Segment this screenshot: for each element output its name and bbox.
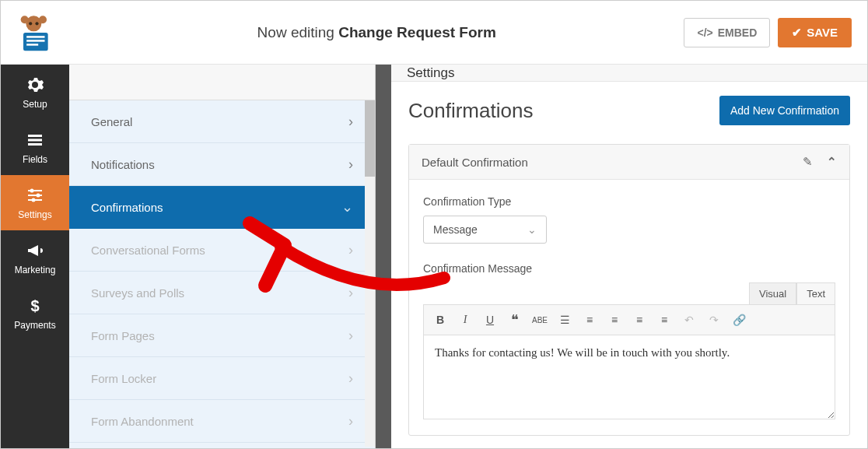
svg-point-15 [37,193,40,197]
editor-tab-text[interactable]: Text [796,282,835,304]
svg-point-4 [35,22,38,25]
subpanel-item-label: Form Pages [91,329,155,342]
confirmation-message-editor[interactable]: Thanks for contacting us! We will be in … [423,335,835,419]
sidenav-item-fields[interactable]: Fields [1,120,69,175]
numbered-list-icon[interactable]: ≡ [579,310,600,330]
subpanel-item-form-abandonment[interactable]: Form Abandonment› [69,400,375,443]
confirmation-message-label: Confirmation Message [423,262,835,275]
bullhorn-icon [26,241,44,260]
scrollbar[interactable]: ▴ [365,100,375,447]
wpforms-logo [1,13,69,52]
bulleted-list-icon[interactable]: ☰ [555,310,575,330]
add-new-confirmation-button[interactable]: Add New Confirmation [719,96,850,125]
chevron-right-icon: › [348,328,353,344]
sidenav-item-label: Settings [18,209,51,220]
underline-icon[interactable]: U [480,310,500,330]
align-center-icon[interactable]: ≡ [629,310,649,330]
confirmation-type-label: Confirmation Type [423,195,835,208]
svg-point-17 [32,198,36,202]
subpanel-item-conversational-forms[interactable]: Conversational Forms› [69,229,375,272]
bold-icon[interactable]: B [430,310,450,330]
subpanel-item-general[interactable]: General› [69,100,375,143]
undo-icon[interactable]: ↶ [679,310,699,330]
subpanel-item-form-locker[interactable]: Form Locker› [69,357,375,400]
svg-rect-11 [28,143,42,146]
subpanel-item-label: Conversational Forms [91,244,205,257]
sidenav-item-label: Setup [23,99,47,110]
sidenav-item-label: Marketing [15,265,56,275]
svg-rect-7 [26,40,44,42]
subpanel-item-notifications[interactable]: Notifications› [69,143,375,186]
svg-point-2 [39,16,47,23]
subpanel-item-label: Form Locker [91,372,156,385]
svg-point-0 [26,16,41,31]
editor-tab-visual[interactable]: Visual [749,282,796,304]
svg-text:$: $ [30,297,39,314]
redo-icon[interactable]: ↷ [704,310,724,330]
sidenav-item-setup[interactable]: Setup [1,65,69,120]
left-sidebar: Setup Fields Settings Marketing $ Paymen… [1,65,69,449]
subpanel-item-label: Confirmations [91,201,163,214]
blockquote-icon[interactable]: ❝ [505,310,525,330]
subpanel-item-label: Notifications [91,158,155,171]
svg-point-3 [29,22,32,25]
subpanel-item-form-pages[interactable]: Form Pages› [69,314,375,357]
page-title: Now editing Change Request Form [69,24,684,41]
sidenav-item-marketing[interactable]: Marketing [1,230,69,286]
confirmation-title: Default Confirmation [422,156,528,169]
align-left-icon[interactable]: ≡ [604,310,625,330]
sidenav-item-label: Fields [23,154,47,165]
collapse-icon[interactable]: ⌃ [827,155,837,169]
code-icon: </> [697,26,712,39]
confirmation-type-select[interactable]: Message ⌄ [423,216,547,244]
section-title: Confirmations [408,99,533,123]
chevron-right-icon: › [348,242,353,258]
svg-rect-8 [26,44,38,46]
subpanel-item-label: General [91,115,132,128]
edit-icon[interactable]: ✎ [803,155,813,169]
save-button[interactable]: ✔ SAVE [778,18,852,47]
chevron-right-icon: › [348,370,353,387]
chevron-right-icon: › [348,285,353,301]
chevron-right-icon: › [348,413,353,430]
sidenav-item-label: Payments [14,320,55,331]
editor-toolbar: B I U ❝ ABE ☰ ≡ ≡ ≡ ≡ ↶ ↷ 🔗 [423,304,835,335]
list-icon [26,131,44,149]
dollar-icon: $ [26,296,44,315]
subpanel-item-confirmations[interactable]: Confirmations⌄ [69,186,375,229]
svg-rect-9 [28,135,42,137]
panel-divider [376,65,391,449]
align-right-icon[interactable]: ≡ [654,310,674,330]
sidenav-item-payments[interactable]: $ Payments [1,286,69,341]
embed-button[interactable]: </> EMBED [684,18,770,47]
checkmark-icon: ✔ [792,26,802,40]
link-icon[interactable]: 🔗 [729,310,749,330]
chevron-right-icon: › [348,156,353,173]
sliders-icon [26,186,44,205]
chevron-right-icon: › [348,114,353,130]
subpanel-item-surveys-polls[interactable]: Surveys and Polls› [69,272,375,314]
strikethrough-icon[interactable]: ABE [530,310,550,330]
svg-point-13 [30,188,34,192]
gear-icon [26,75,44,94]
confirmation-card: Default Confirmation ✎ ⌃ Confirmation Ty… [408,144,850,436]
main-header: Settings [391,65,867,82]
svg-rect-6 [26,36,44,38]
chevron-down-icon: ⌄ [341,198,353,216]
top-bar: Now editing Change Request Form </> EMBE… [1,1,867,65]
svg-rect-10 [28,139,42,141]
chevron-down-icon: ⌄ [527,223,537,236]
sidenav-item-settings[interactable]: Settings [1,175,69,230]
italic-icon[interactable]: I [455,310,475,330]
svg-point-1 [21,16,29,23]
settings-subpanel: General› Notifications› Confirmations⌄ C… [69,65,376,449]
subpanel-item-label: Surveys and Polls [91,286,184,300]
scrollbar-thumb[interactable] [365,100,375,177]
subpanel-item-label: Form Abandonment [91,415,194,428]
